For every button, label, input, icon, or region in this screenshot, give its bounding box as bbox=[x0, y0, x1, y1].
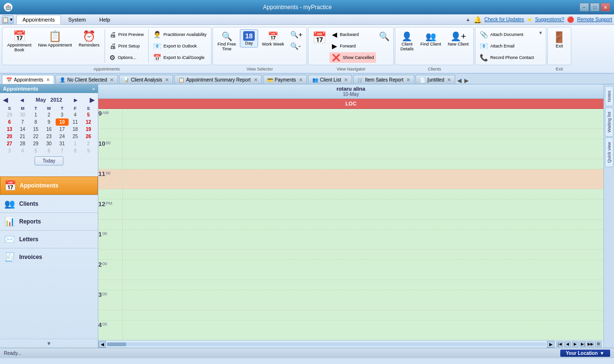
cal-day[interactable]: 23 bbox=[42, 133, 55, 140]
time-slot-130[interactable] bbox=[98, 250, 603, 260]
cal-day[interactable]: 24 bbox=[56, 133, 69, 140]
tab-client-analysis[interactable]: 📊 Client Analysis ✕ bbox=[119, 75, 173, 84]
h-nav-play[interactable]: ▶ bbox=[572, 341, 579, 347]
cal-day[interactable]: 3 bbox=[56, 111, 69, 118]
time-cell-230[interactable] bbox=[122, 280, 603, 290]
cal-day[interactable]: 19 bbox=[82, 126, 95, 133]
cal-day[interactable]: 6 bbox=[3, 118, 16, 126]
time-slot-1030[interactable] bbox=[98, 159, 603, 169]
h-scroll-right[interactable]: ▶ bbox=[547, 341, 555, 348]
cal-day[interactable]: 1 bbox=[69, 140, 82, 147]
tab-item-sales-close[interactable]: ✕ bbox=[406, 77, 410, 82]
tab-appointments-close[interactable]: ✕ bbox=[46, 77, 50, 82]
cal-day[interactable]: 10 bbox=[56, 118, 69, 126]
waiting-list-tab[interactable]: Waiting list bbox=[605, 107, 614, 137]
time-cell-2[interactable] bbox=[122, 260, 603, 280]
find-client-btn[interactable]: 👥 Find Client bbox=[417, 29, 444, 48]
time-slot-10am[interactable]: 1000 bbox=[98, 139, 603, 159]
work-week-btn[interactable]: 📅 Work Week bbox=[259, 29, 287, 48]
backward-btn[interactable]: ◀ Backward bbox=[330, 29, 376, 40]
time-slot-9am[interactable]: 9AM bbox=[98, 109, 603, 129]
cal-next-btn[interactable]: ▶ bbox=[90, 96, 95, 104]
cal-day[interactable]: 16 bbox=[42, 126, 55, 133]
time-slot-2pm[interactable]: 200 bbox=[98, 260, 603, 280]
suggestions-link[interactable]: Suggestions? bbox=[535, 17, 565, 22]
h-nav-settings[interactable]: ⚙ bbox=[595, 341, 602, 347]
menu-tab-system[interactable]: System bbox=[62, 15, 92, 24]
cal-day[interactable]: 8 bbox=[69, 147, 82, 154]
tab-payments[interactable]: 💳 Payments ✕ bbox=[263, 75, 307, 84]
h-nav-prev[interactable]: ◀ bbox=[564, 341, 571, 347]
cal-day[interactable]: 27 bbox=[3, 140, 16, 147]
time-slot-11am[interactable]: 1100 bbox=[98, 169, 603, 189]
practitioner-avail-btn[interactable]: 👨‍⚕️ Practitioner Availability bbox=[151, 29, 209, 40]
cal-day[interactable]: 6 bbox=[42, 147, 55, 154]
new-appointment-btn[interactable]: 📋 New Appointment bbox=[35, 29, 75, 49]
cal-day[interactable]: 15 bbox=[29, 126, 42, 133]
cal-prev-btn[interactable]: ◀ bbox=[3, 96, 8, 104]
tab-untitled[interactable]: 📄 [untitled ✕ bbox=[415, 75, 455, 84]
h-scroll-left[interactable]: ◀ bbox=[98, 341, 106, 348]
cal-next-year-btn[interactable]: ▶ bbox=[74, 97, 78, 103]
time-slot-4pm[interactable]: 400 bbox=[98, 320, 603, 340]
h-nav-next[interactable]: ▶| bbox=[579, 341, 586, 347]
time-cell-1230[interactable] bbox=[122, 220, 603, 229]
time-cell-12[interactable] bbox=[122, 200, 603, 219]
time-grid[interactable]: 9AM 1000 1100 bbox=[98, 109, 603, 340]
sidebar-expand-btn[interactable]: ▼ bbox=[0, 339, 98, 348]
tab-untitled-close[interactable]: ✕ bbox=[447, 77, 451, 82]
notes-tab[interactable]: Notes bbox=[605, 86, 614, 106]
cal-day[interactable]: 1 bbox=[29, 111, 42, 118]
tab-appt-summary[interactable]: 📋 Appointment Summary Report ✕ bbox=[174, 75, 262, 84]
check-updates-link[interactable]: Check for Updates bbox=[484, 17, 524, 22]
cal-day[interactable]: 14 bbox=[16, 126, 29, 133]
cal-day[interactable]: 7 bbox=[56, 147, 69, 154]
tab-nav-left[interactable]: ◀ bbox=[456, 77, 462, 84]
h-nav-first[interactable]: |◀ bbox=[556, 341, 563, 347]
h-scrollbar[interactable]: ◀ ▶ |◀ ◀ ▶ ▶| ▶▶ ⚙ bbox=[98, 340, 603, 348]
time-cell-330[interactable] bbox=[122, 310, 603, 320]
tab-payments-close[interactable]: ✕ bbox=[299, 77, 303, 82]
print-setup-btn[interactable]: 🖨 Print Setup bbox=[107, 41, 146, 51]
export-outlook-btn[interactable]: 📧 Export to Outlook bbox=[151, 41, 209, 51]
today-button[interactable]: Today bbox=[35, 156, 64, 165]
time-slot-930[interactable] bbox=[98, 129, 603, 139]
tab-client-list[interactable]: 👥 Client List ✕ bbox=[308, 75, 352, 84]
cal-day[interactable]: 9 bbox=[42, 118, 55, 126]
time-cell-1[interactable] bbox=[122, 230, 603, 249]
h-scroll-track[interactable] bbox=[107, 342, 546, 346]
cal-day[interactable]: 17 bbox=[56, 126, 69, 133]
tab-client-list-close[interactable]: ✕ bbox=[344, 77, 348, 82]
sidebar-item-invoices[interactable]: 🧾 Invoices bbox=[0, 248, 98, 266]
cal-day[interactable]: 4 bbox=[16, 147, 29, 154]
zoom-out-btn[interactable]: 🔍- bbox=[288, 41, 305, 51]
tab-no-client[interactable]: 👤 No Client Selected ✕ bbox=[55, 75, 118, 84]
cal-day[interactable]: 18 bbox=[69, 126, 82, 133]
forward-btn[interactable]: ▶ Forward bbox=[330, 41, 376, 51]
time-cell-11[interactable] bbox=[122, 169, 603, 189]
quick-view-tab[interactable]: Quick view bbox=[605, 138, 614, 167]
time-slot-1230[interactable] bbox=[98, 220, 603, 230]
h-nav-last[interactable]: ▶▶ bbox=[587, 341, 594, 347]
time-slot-330[interactable] bbox=[98, 310, 603, 320]
cal-day[interactable]: 25 bbox=[69, 133, 82, 140]
cal-day[interactable]: 12 bbox=[82, 118, 95, 126]
tab-nav-right[interactable]: ▶ bbox=[463, 77, 470, 84]
cal-day[interactable]: 20 bbox=[3, 133, 16, 140]
time-slot-12pm[interactable]: 12PM bbox=[98, 200, 603, 220]
menu-tab-help[interactable]: Help bbox=[93, 15, 117, 24]
cal-day[interactable]: 29 bbox=[3, 111, 16, 118]
cal-day[interactable]: 13 bbox=[3, 126, 16, 133]
exit-btn[interactable]: 🚪 Exit bbox=[550, 29, 569, 50]
tab-appt-summary-close[interactable]: ✕ bbox=[254, 77, 258, 82]
cal-day[interactable]: 5 bbox=[82, 111, 95, 118]
cal-day[interactable]: 3 bbox=[3, 147, 16, 154]
cal-day[interactable]: 31 bbox=[56, 140, 69, 147]
show-cancelled-btn[interactable]: ❌ Show Cancelled bbox=[330, 52, 376, 63]
app-menu-icon[interactable]: 📋 ▼ bbox=[2, 15, 13, 24]
cal-day[interactable]: 22 bbox=[29, 133, 42, 140]
print-preview-btn[interactable]: 🖨 Print Preview bbox=[107, 29, 146, 40]
cal-day[interactable]: 7 bbox=[16, 118, 29, 126]
cal-day[interactable]: 28 bbox=[16, 140, 29, 147]
cal-day[interactable]: 2 bbox=[82, 140, 95, 147]
